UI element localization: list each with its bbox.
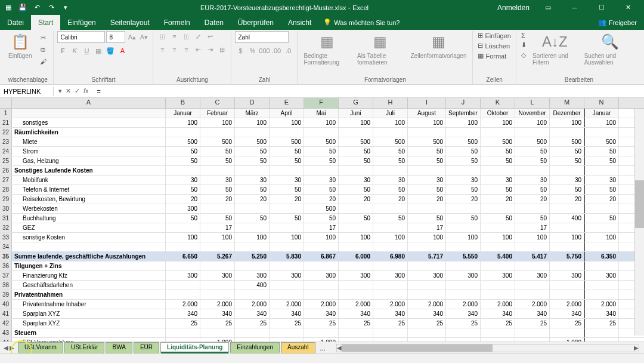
cell[interactable]: 340 [200,309,235,318]
cell[interactable]: 50 [446,156,481,165]
align-middle-icon[interactable]: ≡ [169,31,179,42]
row-header[interactable]: 32 [0,223,12,232]
cell[interactable] [515,128,550,137]
col-header-G[interactable]: G [339,98,373,108]
cell[interactable]: 500 [235,137,270,146]
cell[interactable]: 50 [515,214,550,223]
cell[interactable]: Privatentnahmen [12,290,166,299]
tab-prev-icon[interactable]: ◀ [4,344,8,351]
cell[interactable]: 50 [200,214,235,223]
cell[interactable] [408,204,446,213]
cell[interactable] [235,223,270,232]
col-header-K[interactable]: K [481,98,515,108]
cell[interactable]: Telefon & Internet [12,185,166,194]
row-header[interactable]: 28 [0,185,12,194]
cell[interactable] [584,328,619,337]
cell[interactable]: 100 [550,233,584,242]
row-header[interactable]: 34 [0,242,12,251]
cell[interactable]: 340 [408,309,446,318]
cell[interactable] [166,281,200,290]
cell[interactable]: 20 [550,195,584,204]
share-button[interactable]: 👥 Freigeber [591,19,644,26]
cell[interactable] [446,338,481,342]
cell[interactable] [304,290,339,299]
increase-font-icon[interactable]: A▴ [126,32,137,42]
cell[interactable]: 100 [270,233,304,242]
cell[interactable] [550,128,584,137]
cell[interactable] [446,290,481,299]
cell[interactable]: 2.000 [373,300,408,309]
cell[interactable] [304,166,339,175]
cell[interactable]: 2.000 [304,300,339,309]
cell[interactable]: 300 [339,271,373,280]
horizontal-scrollbar[interactable]: ◀ ▶ [336,344,639,352]
cell[interactable]: 1.000 [200,338,235,342]
cell[interactable]: 340 [515,309,550,318]
cell[interactable]: 50 [304,214,339,223]
cell[interactable]: 340 [235,309,270,318]
cell[interactable]: 2.000 [584,300,619,309]
cell[interactable]: 2.000 [235,300,270,309]
cell[interactable] [304,128,339,137]
close-button[interactable]: ✕ [615,0,642,15]
cell[interactable]: 100 [373,118,408,127]
hscroll-thumb[interactable] [342,344,493,352]
cell[interactable]: 300 [166,271,200,280]
cell[interactable] [270,166,304,175]
cell[interactable]: 300 [304,271,339,280]
cell[interactable] [200,281,235,290]
cell[interactable] [200,128,235,137]
cell[interactable] [200,328,235,337]
cell[interactable] [550,290,584,299]
cell[interactable]: 30 [166,176,200,184]
cell[interactable] [584,128,619,137]
cell[interactable]: 500 [166,137,200,146]
cell[interactable]: 50 [373,185,408,194]
align-right-icon[interactable]: ≡ [181,44,191,55]
grid-body[interactable]: 1JanuarFebruarMärzAprilMaiJuniJuliAugust… [0,109,644,342]
cell[interactable] [166,290,200,299]
cell[interactable]: Sonstiges Laufende Kosten [12,166,166,175]
cell[interactable] [481,242,515,251]
row-header[interactable]: 40 [0,300,12,309]
cell[interactable]: Sparplan XYZ [12,319,166,328]
cell[interactable]: Räumlichkeiten [12,128,166,137]
cell[interactable] [304,242,339,251]
cell[interactable] [304,328,339,337]
cell[interactable]: 300 [166,204,200,213]
font-size-select[interactable] [106,31,125,43]
cell[interactable]: 340 [584,309,619,318]
cell[interactable]: 50 [550,156,584,165]
cell[interactable] [446,128,481,137]
cell[interactable] [446,204,481,213]
cell[interactable] [481,290,515,299]
cell[interactable]: Finanzierung Kfz [12,271,166,280]
cell[interactable]: 100 [515,233,550,242]
row-header[interactable]: 25 [0,156,12,165]
cell[interactable]: 500 [270,137,304,146]
cell[interactable] [270,290,304,299]
cell[interactable]: 100 [584,118,619,127]
cell[interactable] [550,204,584,213]
cell[interactable] [481,223,515,232]
cell[interactable] [339,204,373,213]
cell[interactable] [373,128,408,137]
sheet-tab[interactable]: Auszahl [281,342,315,353]
tab-pagelayout[interactable]: Seitenlayout [103,15,157,30]
cell[interactable] [12,242,166,251]
cell[interactable] [446,281,481,290]
cell[interactable] [200,242,235,251]
cell[interactable]: 300 [481,271,515,280]
cell[interactable]: 500 [408,137,446,146]
cell[interactable]: 2.000 [515,300,550,309]
cell[interactable]: 1.000 [550,338,584,342]
cell[interactable]: 500 [373,137,408,146]
cell[interactable] [550,242,584,251]
cell[interactable]: 100 [304,118,339,127]
cell[interactable] [373,338,408,342]
cell[interactable]: 100 [200,118,235,127]
find-select-button[interactable]: 🔍 Suchen und Auswählen [582,31,638,67]
cell[interactable]: 5.750 [550,252,584,261]
cell[interactable]: 100 [446,233,481,242]
col-header-H[interactable]: H [373,98,408,108]
